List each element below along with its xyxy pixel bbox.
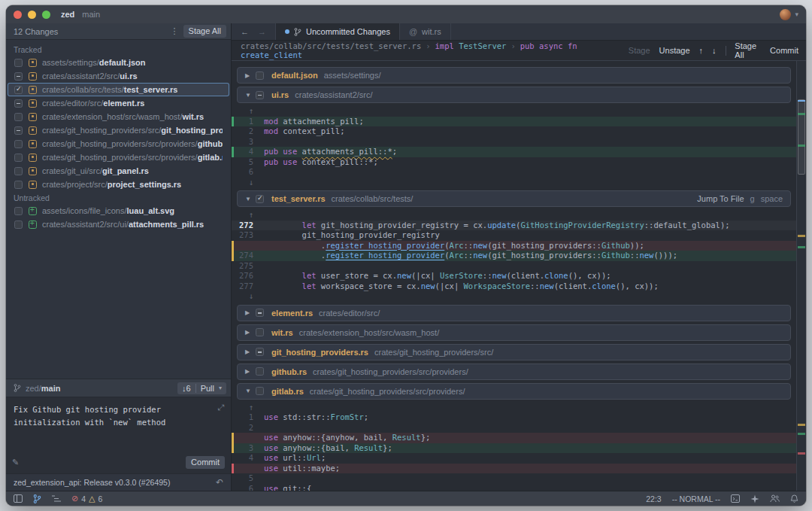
commit-button[interactable]: Commit — [186, 456, 225, 469]
close-window-button[interactable] — [14, 11, 22, 19]
expand-excerpt-icon[interactable]: ↑ — [234, 106, 264, 117]
git-panel-icon[interactable] — [33, 494, 41, 503]
chevron-down-icon[interactable]: ▼ — [245, 92, 256, 99]
project-name[interactable]: zed — [61, 10, 74, 19]
branch-name[interactable]: main — [82, 10, 100, 19]
stage-checkbox[interactable] — [14, 154, 23, 162]
commit-button[interactable]: Commit — [770, 46, 798, 55]
commit-message-editor[interactable]: Fix Github git hosting provider initiali… — [6, 397, 231, 473]
tab-wit-rs[interactable]: @wit.rs — [400, 23, 451, 40]
file-row[interactable]: crates/extension_host/src/wasm_host/wit.… — [8, 110, 229, 123]
expand-commit-editor-icon[interactable]: ⤢ — [217, 403, 224, 412]
stage-checkbox[interactable] — [256, 367, 264, 376]
project-panel-icon[interactable] — [14, 494, 23, 503]
stage-checkbox[interactable] — [256, 71, 264, 80]
diff-file-header[interactable]: ▶git_hosting_providers.rscrates/git_host… — [237, 344, 791, 360]
terminal-icon[interactable] — [731, 494, 740, 503]
prev-hunk-button[interactable]: ↑ — [699, 46, 704, 55]
stage-checkbox[interactable] — [14, 126, 23, 135]
minimize-window-button[interactable] — [28, 11, 36, 19]
unstage-button[interactable]: Unstage — [659, 46, 690, 55]
diff-file-header[interactable]: ▶element.rscrates/editor/src/ — [237, 305, 791, 321]
stage-checkbox[interactable] — [256, 91, 264, 99]
file-row[interactable]: crates/git_hosting_providers/src/git_hos… — [8, 123, 229, 137]
chevron-right-icon[interactable]: ▶ — [245, 72, 256, 79]
stage-checkbox[interactable] — [14, 99, 23, 108]
diagnostics-summary[interactable]: ⊘ 4 △ 6 — [71, 494, 102, 503]
stage-checkbox[interactable] — [14, 167, 23, 175]
file-row[interactable]: assets/icons/file_icons/luau_alt.svg — [8, 204, 229, 217]
stage-checkbox[interactable] — [14, 207, 23, 215]
file-row[interactable]: crates/project/src/project_settings.rs — [8, 178, 229, 191]
stage-checkbox[interactable] — [256, 348, 264, 356]
assistant-sparkle-icon[interactable] — [750, 494, 759, 503]
stage-checkbox[interactable] — [14, 181, 23, 189]
diff-file-header[interactable]: ▶github.rscrates/git_hosting_providers/s… — [237, 363, 791, 380]
bell-icon[interactable] — [790, 494, 798, 503]
stage-checkbox[interactable] — [256, 328, 264, 336]
file-row[interactable]: crates/editor/src/element.rs — [8, 96, 229, 110]
stage-checkbox[interactable] — [14, 86, 23, 94]
chevron-down-icon[interactable]: ▼ — [245, 388, 256, 394]
file-row[interactable]: crates/git_ui/src/git_panel.rs — [8, 164, 229, 178]
navigate-back-button[interactable]: ← — [241, 27, 249, 36]
outline-panel-icon[interactable] — [52, 495, 61, 503]
diff-file-header[interactable]: ▼test_server.rscrates/collab/src/tests/J… — [237, 190, 791, 207]
file-row[interactable]: crates/git_hosting_providers/src/provide… — [8, 151, 229, 164]
diff-file-header[interactable]: ▶default.jsonassets/settings/ — [237, 67, 791, 84]
collaboration-icon[interactable] — [770, 494, 780, 503]
zoom-window-button[interactable] — [42, 11, 50, 19]
stage-checkbox[interactable] — [14, 72, 23, 81]
expand-excerpt-icon[interactable]: ↓ — [234, 178, 264, 188]
navigate-forward-button[interactable]: → — [258, 27, 266, 36]
stage-checkbox[interactable] — [14, 113, 23, 121]
chevron-right-icon[interactable]: ▶ — [245, 309, 256, 316]
stage-checkbox[interactable] — [14, 221, 23, 229]
stage-button[interactable]: Stage — [629, 46, 650, 55]
diff-view[interactable]: ▶default.jsonassets/settings/▼ui.rscrate… — [232, 61, 806, 491]
tab-uncommitted-changes[interactable]: Uncommitted Changes — [276, 23, 400, 40]
stage-all-button[interactable]: Stage All — [735, 41, 761, 59]
user-avatar[interactable] — [780, 9, 791, 20]
scrollbar-thumb[interactable] — [798, 99, 805, 175]
pull-button[interactable]: ↓6 Pull ▾ — [177, 382, 226, 394]
file-row[interactable]: crates/collab/src/tests/test_server.rs — [8, 83, 229, 96]
diff-file-header[interactable]: ▼gitlab.rscrates/git_hosting_providers/s… — [237, 383, 791, 400]
stage-checkbox[interactable] — [256, 195, 264, 203]
expand-excerpt-icon[interactable]: ↑ — [234, 403, 264, 413]
chevron-down-icon[interactable]: ▾ — [219, 385, 222, 391]
diff-code-block[interactable]: ↑1mod attachments_pill;2mod context_pill… — [232, 106, 796, 187]
expand-excerpt-icon[interactable]: ↑ — [234, 210, 264, 221]
jump-to-file-button[interactable]: Jump To File — [697, 194, 744, 203]
file-row[interactable]: crates/assistant2/src/ui/attachments_pil… — [8, 217, 229, 231]
tab-bar: ← → Uncommitted Changes@wit.rs — [232, 23, 806, 41]
chevron-down-icon[interactable]: ▼ — [245, 196, 256, 202]
stage-all-button[interactable]: Stage All — [183, 25, 226, 38]
stage-checkbox[interactable] — [14, 140, 23, 148]
diff-file-header[interactable]: ▼ui.rscrates/assistant2/src/ — [237, 87, 791, 103]
uncommit-icon[interactable]: ↶ — [216, 477, 223, 488]
stage-checkbox[interactable] — [256, 387, 264, 395]
file-row[interactable]: assets/settings/default.json — [8, 56, 229, 69]
stage-checkbox[interactable] — [14, 59, 23, 67]
chevron-down-icon[interactable]: ▾ — [795, 11, 798, 18]
file-row[interactable]: crates/git_hosting_providers/src/provide… — [8, 137, 229, 151]
cursor-position[interactable]: 22:3 — [646, 494, 661, 503]
chevron-right-icon[interactable]: ▶ — [245, 368, 256, 375]
diff-code-block[interactable]: ↑1use std::str::FromStr;2use anyhow::{an… — [232, 403, 796, 491]
commit-message-text[interactable]: Fix Github git hosting provider initiali… — [14, 403, 208, 429]
branch-row[interactable]: zed/main ↓6 Pull ▾ — [6, 379, 231, 397]
breadcrumb[interactable]: crates/collab/src/tests/test_server.rs›i… — [241, 41, 629, 59]
diff-file-header[interactable]: ▶wit.rscrates/extension_host/src/wasm_ho… — [237, 324, 791, 341]
generate-commit-message-icon[interactable]: ✎ — [12, 458, 19, 467]
code-text: let workspace_store = cx.new(|cx| Worksp… — [264, 281, 796, 292]
overflow-menu-icon[interactable]: ⋮ — [166, 26, 183, 36]
stage-checkbox[interactable] — [256, 309, 264, 317]
diff-code-block[interactable]: ↑272 let git_hosting_provider_registry =… — [232, 210, 796, 302]
scrollbar[interactable] — [796, 61, 806, 491]
file-row[interactable]: crates/assistant2/src/ui.rs — [8, 69, 229, 83]
expand-excerpt-icon[interactable]: ↓ — [234, 291, 264, 302]
chevron-right-icon[interactable]: ▶ — [245, 348, 256, 355]
next-hunk-button[interactable]: ↓ — [712, 46, 717, 55]
chevron-right-icon[interactable]: ▶ — [245, 329, 256, 336]
